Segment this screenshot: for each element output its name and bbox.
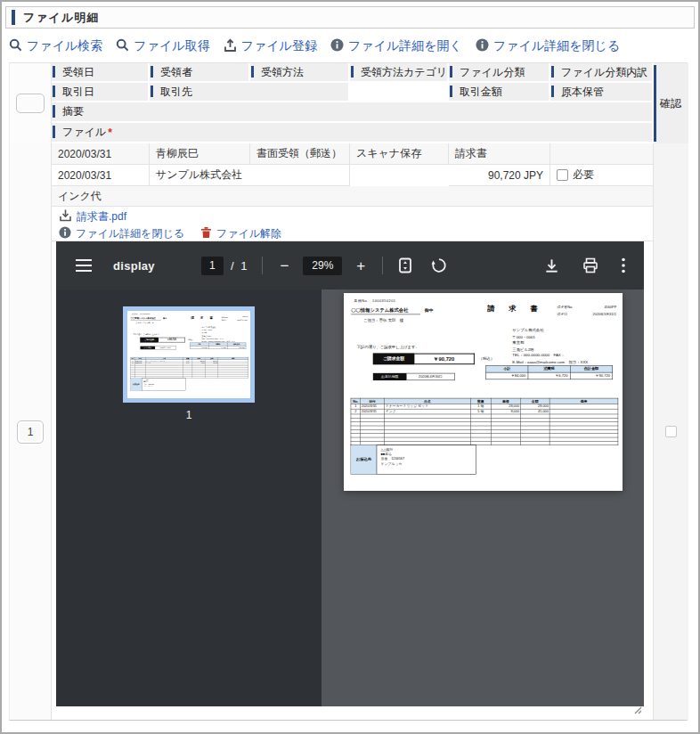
search-icon (9, 38, 22, 54)
rotate-icon[interactable] (430, 257, 448, 274)
invoice-bank-box: お振込先 △△銀行 ■■支店 当座 1234567 サンプル（カ (350, 444, 476, 475)
invoice-attention: ご担当：菅伝 太郎 様 (363, 318, 403, 323)
file-register-label: ファイル登録 (241, 38, 317, 54)
header-receipt-method-category: 受領方法カテゴリ (350, 63, 449, 83)
cell-partner: サンプル株式会社 (150, 165, 350, 186)
section-title-bar: ファイル明細 (5, 6, 695, 29)
page-number-input[interactable]: 1 (201, 257, 224, 275)
header-file-class: ファイル分類 (449, 63, 550, 83)
header-receipt-date: 受領日 (52, 63, 150, 83)
pdf-page-area[interactable]: 見積No. 1000350201 〇〇情報システム株式会社御中 ご担当：菅伝 太… (322, 290, 644, 706)
pdf-toolbar: display 1 / 1 − 29% + (56, 241, 644, 290)
download-file-icon (59, 208, 72, 224)
download-icon[interactable] (543, 257, 560, 274)
pdf-content-area: 見積No. 1000350201 〇〇情報システム株式会社御中 ご担当：菅伝 太… (56, 290, 644, 706)
zoom-out-button[interactable]: − (276, 258, 292, 273)
invoice-greeting: 下記の通り、ご請求申し上げます。 (133, 334, 160, 337)
file-detail-close-label: ファイル詳細を閉じる (493, 38, 620, 54)
invoice-doc-no: 見積No. 1000350201 (354, 298, 395, 303)
invoice-recipient: 〇〇情報システム株式会社御中 (131, 317, 167, 321)
invoice-title: 請 求 書 (487, 304, 541, 314)
page-count: / 1 (231, 259, 248, 273)
select-all-checkbox[interactable] (16, 94, 45, 113)
cell-receiver: 青柳辰巳 (150, 143, 250, 165)
confirm-checkbox[interactable] (665, 426, 677, 437)
invoice-bank-box: お振込先 △△銀行 ■■支店 当座 1234567 サンプル（カ (130, 378, 185, 391)
thumbnail-sidebar: 見積No. 1000350201 〇〇情報システム株式会社御中 ご担当：菅伝 太… (56, 290, 322, 706)
invoice-title: 請 求 書 (191, 315, 215, 320)
cell-file: 請求書.pdf ファイル詳細を閉じる ファイル解除 (52, 207, 654, 241)
upload-icon (224, 38, 237, 55)
invoice-attention: ご担当：菅伝 太郎 様 (136, 322, 154, 324)
invoice-items-table: No.日付 品名数量 単価金額 備考 12020/3/31 トナーカートリッジ … (130, 357, 248, 378)
cell-file-class-detail (550, 143, 654, 165)
invoice-meta: 請求書No.4560PP 請求日2020年3月31日 (557, 306, 616, 319)
header-summary: 摘要 (52, 102, 654, 123)
cell-transaction-date: 2020/03/31 (52, 165, 150, 186)
invoice-summary-table: 小計 消費税 合計金額 ￥84,000 ￥6,720 ￥90,720 (190, 343, 246, 349)
page-thumbnail[interactable]: 見積No. 1000350201 〇〇情報システム株式会社御中 ご担当：菅伝 太… (123, 306, 255, 403)
invoice-page: 見積No. 1000350201 〇〇情報システム株式会社御中 ご担当：菅伝 太… (127, 311, 250, 398)
header-file: ファイル * (52, 123, 654, 143)
cell-summary: インク代 (52, 186, 654, 207)
info-icon (59, 226, 71, 241)
invoice-due-box: お支払期限 2020年4月30日 (140, 347, 175, 350)
info-icon (476, 38, 489, 54)
cell-receipt-method: 書面受領（郵送） (250, 143, 350, 165)
invoice-recipient: 〇〇情報システム株式会社御中 (351, 306, 433, 314)
pdf-document-title: display (113, 259, 155, 273)
invoice-page: 見積No. 1000350201 〇〇情報システム株式会社御中 ご担当：菅伝 太… (344, 293, 623, 491)
file-fetch-label: ファイル取得 (134, 38, 209, 54)
required-mark: * (108, 126, 112, 139)
file-name-link[interactable]: 請求書.pdf (77, 209, 126, 224)
window: ファイル明細 ファイル検索 ファイル取得 ファイル登録 ファイル詳細を開く ファ… (0, 0, 700, 734)
fit-page-icon[interactable] (396, 257, 414, 274)
header-transaction-date: 取引日 (52, 83, 150, 102)
file-search-label: ファイル検索 (27, 38, 102, 54)
row-number-button[interactable]: 1 (17, 420, 44, 444)
file-register-link[interactable]: ファイル登録 (224, 38, 317, 55)
invoice-amount-box: ご請求金額 ￥90,720 （税込） (372, 354, 493, 365)
toolbar-divider (382, 257, 383, 274)
file-detail-close-link[interactable]: ファイル詳細を閉じる (476, 38, 620, 54)
action-toolbar: ファイル検索 ファイル取得 ファイル登録 ファイル詳細を開く ファイル詳細を閉じ… (9, 36, 698, 57)
invoice-summary-table: 小計 消費税 合計金額 ￥84,000 ￥6,720 ￥90,720 (485, 365, 612, 379)
original-keep-label: 必要 (573, 167, 594, 183)
header-file-class-detail: ファイル分類内訳 (550, 63, 654, 83)
file-detail-open-label: ファイル詳細を開く (348, 38, 462, 54)
header-original-keep: 原本保管 (550, 83, 654, 102)
header-partner: 取引先 (150, 83, 350, 102)
header-receiver: 受領者 (150, 63, 250, 83)
file-search-link[interactable]: ファイル検索 (9, 38, 102, 54)
sidebar-toggle-icon[interactable] (74, 256, 94, 275)
confirm-cell (654, 143, 688, 720)
invoice-issuer-block: サンプル株式会社 〒000－0001 東京都 三角ビル2階 TEL：000-00… (512, 328, 588, 365)
page-title: ファイル明細 (23, 10, 99, 26)
zoom-in-button[interactable]: + (353, 258, 369, 273)
cell-transaction-amount: 90,720 JPY (449, 165, 550, 186)
kebab-menu-icon[interactable] (621, 257, 626, 274)
header-confirm: 確認 (654, 63, 688, 143)
print-icon[interactable] (582, 257, 599, 274)
invoice-greeting: 下記の通り、ご請求申し上げます。 (356, 345, 419, 350)
zoom-level[interactable]: 29% (303, 257, 342, 275)
info-icon (330, 38, 344, 54)
resize-handle[interactable] (631, 702, 642, 718)
file-detail-close-inline-link[interactable]: ファイル詳細を閉じる (76, 226, 184, 241)
select-all-cell (10, 63, 52, 143)
search-icon (116, 38, 129, 54)
file-detail-open-link[interactable]: ファイル詳細を開く (330, 38, 462, 54)
toolbar-divider (262, 257, 263, 274)
row-number-cell: 1 (10, 143, 52, 720)
trash-icon (200, 226, 212, 241)
invoice-due-box: お支払期限 2020年4月30日 (372, 373, 454, 380)
header-receipt-method: 受領方法 (250, 63, 350, 83)
pdf-viewer: display 1 / 1 − 29% + (56, 241, 644, 706)
invoice-items-table: No.日付 品名数量 単価金額 備考 12020/3/31 トナーカートリッジ … (350, 398, 617, 445)
file-fetch-link[interactable]: ファイル取得 (116, 38, 209, 54)
invoice-issuer-block: サンプル株式会社 〒000－0001 東京都 三角ビル2階 TEL：000-00… (201, 326, 234, 343)
pdf-page: 見積No. 1000350201 〇〇情報システム株式会社御中 ご担当：菅伝 太… (344, 293, 623, 491)
original-keep-checkbox[interactable] (557, 169, 568, 181)
file-detail-table: 受領日 受領者 受領方法 受領方法カテゴリ ファイル分類 ファイル分類内訳 取引… (9, 62, 688, 721)
file-remove-link[interactable]: ファイル解除 (216, 226, 281, 241)
